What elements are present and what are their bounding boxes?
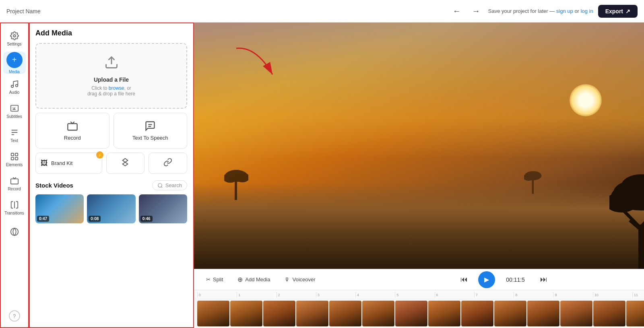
timeline-area: 0 1 2 3 4 5 6 7 8 9 10 11 12 13 14	[194, 290, 644, 328]
stock-thumb-3[interactable]: 0:46	[139, 194, 187, 223]
sign-up-link[interactable]: sign up	[556, 8, 573, 14]
track-frame	[494, 301, 526, 326]
tree-silhouette	[609, 164, 644, 269]
sidebar-settings-label: Settings	[7, 42, 21, 46]
sidebar: Settings + Media Audio Subtitles Text El…	[0, 23, 29, 328]
svg-rect-31	[532, 179, 534, 194]
ruler-5: 5	[395, 292, 434, 298]
sidebar-item-audio[interactable]: Audio	[3, 76, 26, 98]
video-background	[194, 23, 644, 269]
rewind-button[interactable]: ⏮	[456, 273, 472, 286]
ruler-0: 0	[197, 292, 237, 298]
red-arrow	[224, 42, 289, 91]
brand-kit-label: Brand Kit	[51, 160, 72, 166]
track-frame	[461, 301, 493, 326]
sidebar-elements-label: Elements	[6, 163, 23, 167]
stock-thumb-2[interactable]: 0:08	[87, 194, 135, 223]
sidebar-audio-label: Audio	[9, 90, 20, 95]
redo-button[interactable]: →	[469, 5, 483, 17]
voiceover-button[interactable]: 🎙 Voiceover	[281, 274, 319, 285]
brand-badge: ⚡	[96, 151, 103, 159]
dropbox-button[interactable]	[106, 153, 145, 174]
search-box[interactable]: Search	[152, 180, 187, 190]
ruler-4: 4	[355, 292, 395, 298]
export-button[interactable]: Export ↗	[598, 5, 638, 18]
svg-rect-4	[11, 153, 13, 155]
track-frame	[263, 301, 295, 326]
upload-area[interactable]: Upload a File Click to browse, ordrag & …	[35, 43, 187, 109]
svg-point-2	[15, 84, 18, 87]
fast-forward-button[interactable]: ⏭	[536, 273, 551, 286]
add-media-button[interactable]: ⊕ Add Media	[233, 273, 274, 286]
bottom-toolbar: ✂ Split ⊕ Add Media 🎙 Voiceover ⏮ ▶ 00:1…	[194, 269, 644, 290]
link-button[interactable]	[149, 153, 187, 174]
track-frame	[197, 301, 229, 326]
timeline-track[interactable]	[194, 299, 644, 328]
svg-rect-16	[638, 225, 644, 269]
svg-rect-8	[10, 179, 18, 184]
browse-link[interactable]: browse	[109, 85, 124, 91]
sidebar-item-text[interactable]: Text	[3, 124, 26, 146]
panel-title: Add Media	[35, 29, 187, 37]
ruler-7: 7	[474, 292, 514, 298]
text-to-speech-button[interactable]: Text To Speech	[114, 113, 188, 149]
ruler-10: 10	[593, 292, 632, 298]
main-content: Settings + Media Audio Subtitles Text El…	[0, 23, 644, 328]
svg-rect-5	[15, 153, 17, 155]
sidebar-media-label: Media	[9, 70, 20, 74]
stock-videos-title: Stock Videos	[35, 182, 73, 189]
voiceover-icon: 🎙	[285, 276, 290, 283]
brand-row: 🖼 Brand Kit ⚡	[35, 153, 187, 174]
brand-kit-button[interactable]: 🖼 Brand Kit ⚡	[35, 153, 102, 174]
split-button[interactable]: ✂ Split	[202, 274, 227, 285]
time-display: 00:11:5	[502, 276, 530, 283]
project-name[interactable]: Project Name	[6, 8, 41, 14]
sidebar-record-label: Record	[8, 187, 21, 191]
dropbox-icon	[121, 158, 130, 169]
track-frames	[197, 301, 644, 326]
sidebar-item-record[interactable]: Record	[3, 172, 26, 195]
search-icon	[157, 183, 163, 188]
svg-point-9	[10, 228, 18, 235]
record-action-button[interactable]: Record	[35, 113, 109, 149]
track-frame	[527, 301, 559, 326]
sidebar-item-transitions[interactable]: Transitions	[3, 196, 26, 219]
upload-title: Upload a File	[94, 76, 129, 83]
brand-kit-icon: 🖼	[41, 159, 48, 167]
distant-tree-2	[524, 163, 542, 195]
ruler-1: 1	[237, 292, 276, 298]
action-buttons-row: Record Text To Speech	[35, 113, 187, 149]
link-icon	[163, 158, 172, 169]
search-label: Search	[165, 182, 182, 188]
timeline-ruler: 0 1 2 3 4 5 6 7 8 9 10 11 12 13 14	[194, 290, 644, 299]
ruler-11: 11	[632, 292, 644, 298]
preview-area: ✂ Split ⊕ Add Media 🎙 Voiceover ⏮ ▶ 00:1…	[194, 23, 644, 328]
sidebar-item-elements[interactable]: Elements	[3, 148, 26, 171]
top-bar: Project Name ← → Save your project for l…	[0, 0, 644, 23]
track-frame	[626, 301, 644, 326]
sidebar-text-label: Text	[10, 138, 18, 143]
ruler-2: 2	[277, 292, 316, 298]
log-in-link[interactable]: log in	[581, 8, 593, 14]
sidebar-item-settings[interactable]: Settings	[3, 27, 26, 50]
undo-button[interactable]: ←	[450, 5, 464, 17]
sidebar-item-filters[interactable]	[3, 221, 26, 243]
stock-videos-header: Stock Videos Search	[35, 180, 187, 190]
stock-thumb-1[interactable]: 0:47	[35, 194, 84, 223]
track-frame	[329, 301, 361, 326]
help-button[interactable]: ?	[3, 309, 26, 323]
add-media-panel: Add Media Upload a File Click to browse,…	[29, 23, 194, 328]
ruler-6: 6	[435, 292, 474, 298]
svg-point-1	[11, 85, 13, 87]
add-media-icon: ⊕	[237, 276, 243, 283]
distant-tree-1	[224, 160, 248, 200]
ruler-3: 3	[316, 292, 355, 298]
play-button[interactable]: ▶	[478, 271, 495, 288]
sidebar-item-subtitles[interactable]: Subtitles	[3, 100, 26, 122]
transitions-icon	[10, 200, 19, 209]
sidebar-item-media[interactable]: + Media	[3, 52, 26, 74]
track-frame	[560, 301, 592, 326]
help-icon: ?	[9, 310, 20, 322]
svg-rect-11	[68, 124, 77, 130]
upload-icon	[104, 55, 119, 72]
